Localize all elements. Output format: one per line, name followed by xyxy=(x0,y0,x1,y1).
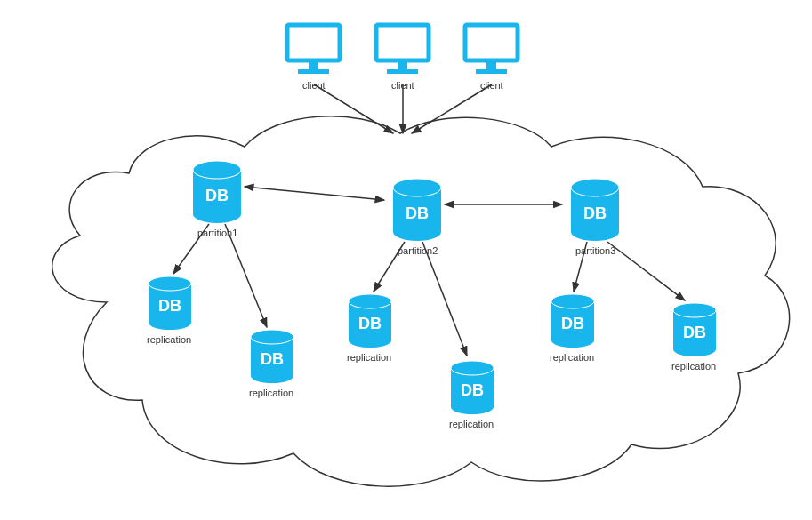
svg-point-54 xyxy=(451,400,494,414)
svg-point-44 xyxy=(251,369,293,383)
db-partition2: DB xyxy=(391,178,443,245)
replication-label-3: replication xyxy=(347,352,391,363)
partition1-label: partition1 xyxy=(197,228,237,238)
svg-point-64 xyxy=(673,342,716,356)
db-replication-5: DB xyxy=(550,293,596,352)
svg-line-8 xyxy=(225,224,267,327)
svg-line-4 xyxy=(412,84,492,133)
svg-point-49 xyxy=(349,333,391,348)
partition2-label: partition2 xyxy=(398,245,438,256)
architecture-diagram: client client client DB partition1 xyxy=(0,0,812,520)
svg-text:DB: DB xyxy=(205,187,229,204)
svg-text:DB: DB xyxy=(561,315,584,332)
db-replication-2: DB xyxy=(249,329,295,388)
svg-text:DB: DB xyxy=(683,324,706,341)
db-replication-4: DB xyxy=(449,360,495,419)
svg-rect-21 xyxy=(476,69,507,74)
svg-rect-15 xyxy=(298,69,329,74)
client-label-2: client xyxy=(391,80,414,91)
client-monitor-1 xyxy=(285,22,342,79)
svg-rect-13 xyxy=(287,25,340,60)
svg-rect-18 xyxy=(387,69,418,74)
svg-rect-19 xyxy=(465,25,518,60)
svg-rect-16 xyxy=(376,25,429,60)
replication-label-4: replication xyxy=(449,419,494,429)
svg-point-59 xyxy=(551,333,594,348)
db-replication-6: DB xyxy=(671,302,718,361)
replication-label-6: replication xyxy=(671,361,716,372)
svg-text:DB: DB xyxy=(583,204,607,222)
svg-line-5 xyxy=(245,187,384,200)
partition3-label: partition3 xyxy=(575,245,615,256)
replication-label-2: replication xyxy=(249,388,293,398)
svg-text:DB: DB xyxy=(406,204,429,222)
replication-label-5: replication xyxy=(550,352,594,363)
svg-line-2 xyxy=(314,84,393,133)
svg-text:DB: DB xyxy=(461,381,484,399)
svg-text:DB: DB xyxy=(358,315,382,332)
svg-rect-20 xyxy=(486,62,496,69)
client-monitor-3 xyxy=(462,22,520,79)
svg-point-24 xyxy=(193,205,241,223)
svg-text:DB: DB xyxy=(261,350,284,368)
client-monitor-2 xyxy=(374,22,431,79)
svg-point-39 xyxy=(149,316,191,330)
svg-point-29 xyxy=(393,223,441,241)
db-replication-3: DB xyxy=(347,293,393,352)
db-partition3: DB xyxy=(569,178,621,245)
db-replication-1: DB xyxy=(147,276,193,334)
replication-label-1: replication xyxy=(147,334,191,345)
db-partition1: DB xyxy=(191,160,243,228)
svg-point-34 xyxy=(571,223,619,241)
client-label-1: client xyxy=(302,80,326,91)
svg-line-12 xyxy=(607,242,685,300)
svg-rect-14 xyxy=(309,62,318,69)
svg-text:DB: DB xyxy=(158,297,181,315)
client-label-3: client xyxy=(480,80,503,91)
svg-rect-17 xyxy=(398,62,407,69)
svg-line-10 xyxy=(422,242,467,356)
